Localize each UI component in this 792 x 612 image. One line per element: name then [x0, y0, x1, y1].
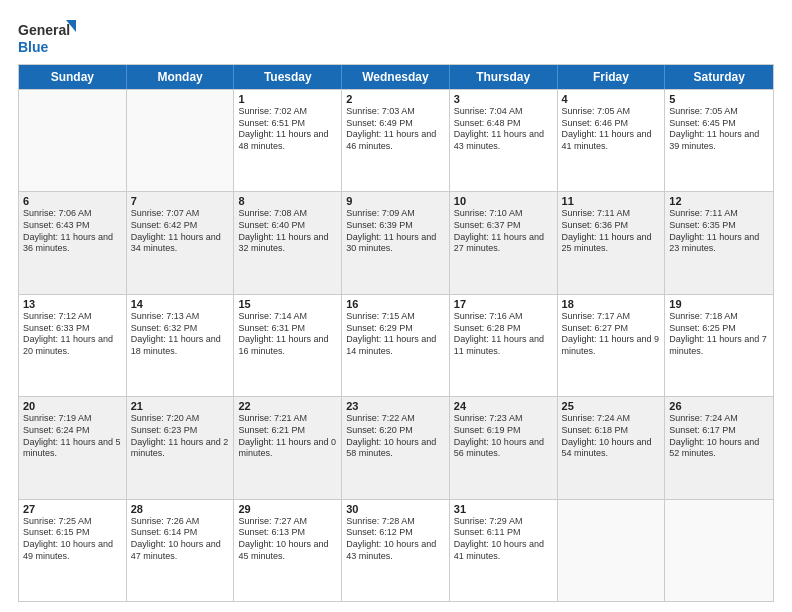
calendar-cell: 24Sunrise: 7:23 AMSunset: 6:19 PMDayligh…	[450, 397, 558, 498]
day-number: 25	[562, 400, 661, 412]
calendar-header-row: SundayMondayTuesdayWednesdayThursdayFrid…	[19, 65, 773, 89]
calendar-row-5: 27Sunrise: 7:25 AMSunset: 6:15 PMDayligh…	[19, 499, 773, 601]
day-number: 6	[23, 195, 122, 207]
day-number: 11	[562, 195, 661, 207]
calendar-cell: 9Sunrise: 7:09 AMSunset: 6:39 PMDaylight…	[342, 192, 450, 293]
calendar-row-2: 6Sunrise: 7:06 AMSunset: 6:43 PMDaylight…	[19, 191, 773, 293]
header-cell-monday: Monday	[127, 65, 235, 89]
cell-info: Sunrise: 7:23 AMSunset: 6:19 PMDaylight:…	[454, 413, 553, 460]
cell-info: Sunrise: 7:05 AMSunset: 6:46 PMDaylight:…	[562, 106, 661, 153]
day-number: 29	[238, 503, 337, 515]
day-number: 31	[454, 503, 553, 515]
day-number: 2	[346, 93, 445, 105]
calendar-cell: 27Sunrise: 7:25 AMSunset: 6:15 PMDayligh…	[19, 500, 127, 601]
svg-text:General: General	[18, 22, 70, 38]
calendar-cell	[127, 90, 235, 191]
calendar-cell: 30Sunrise: 7:28 AMSunset: 6:12 PMDayligh…	[342, 500, 450, 601]
cell-info: Sunrise: 7:07 AMSunset: 6:42 PMDaylight:…	[131, 208, 230, 255]
calendar-cell: 28Sunrise: 7:26 AMSunset: 6:14 PMDayligh…	[127, 500, 235, 601]
cell-info: Sunrise: 7:21 AMSunset: 6:21 PMDaylight:…	[238, 413, 337, 460]
day-number: 13	[23, 298, 122, 310]
cell-info: Sunrise: 7:25 AMSunset: 6:15 PMDaylight:…	[23, 516, 122, 563]
calendar-cell	[665, 500, 773, 601]
calendar-cell: 29Sunrise: 7:27 AMSunset: 6:13 PMDayligh…	[234, 500, 342, 601]
cell-info: Sunrise: 7:15 AMSunset: 6:29 PMDaylight:…	[346, 311, 445, 358]
day-number: 16	[346, 298, 445, 310]
day-number: 8	[238, 195, 337, 207]
calendar-cell: 17Sunrise: 7:16 AMSunset: 6:28 PMDayligh…	[450, 295, 558, 396]
calendar-cell: 19Sunrise: 7:18 AMSunset: 6:25 PMDayligh…	[665, 295, 773, 396]
calendar-cell: 8Sunrise: 7:08 AMSunset: 6:40 PMDaylight…	[234, 192, 342, 293]
cell-info: Sunrise: 7:13 AMSunset: 6:32 PMDaylight:…	[131, 311, 230, 358]
calendar-cell: 22Sunrise: 7:21 AMSunset: 6:21 PMDayligh…	[234, 397, 342, 498]
logo-svg: General Blue	[18, 18, 78, 56]
header-cell-tuesday: Tuesday	[234, 65, 342, 89]
calendar-cell: 4Sunrise: 7:05 AMSunset: 6:46 PMDaylight…	[558, 90, 666, 191]
day-number: 9	[346, 195, 445, 207]
day-number: 5	[669, 93, 769, 105]
day-number: 1	[238, 93, 337, 105]
cell-info: Sunrise: 7:03 AMSunset: 6:49 PMDaylight:…	[346, 106, 445, 153]
cell-info: Sunrise: 7:24 AMSunset: 6:18 PMDaylight:…	[562, 413, 661, 460]
calendar-cell	[19, 90, 127, 191]
calendar-cell: 12Sunrise: 7:11 AMSunset: 6:35 PMDayligh…	[665, 192, 773, 293]
calendar-row-4: 20Sunrise: 7:19 AMSunset: 6:24 PMDayligh…	[19, 396, 773, 498]
cell-info: Sunrise: 7:09 AMSunset: 6:39 PMDaylight:…	[346, 208, 445, 255]
cell-info: Sunrise: 7:04 AMSunset: 6:48 PMDaylight:…	[454, 106, 553, 153]
cell-info: Sunrise: 7:22 AMSunset: 6:20 PMDaylight:…	[346, 413, 445, 460]
day-number: 23	[346, 400, 445, 412]
cell-info: Sunrise: 7:11 AMSunset: 6:35 PMDaylight:…	[669, 208, 769, 255]
day-number: 24	[454, 400, 553, 412]
cell-info: Sunrise: 7:11 AMSunset: 6:36 PMDaylight:…	[562, 208, 661, 255]
header-cell-saturday: Saturday	[665, 65, 773, 89]
calendar-row-3: 13Sunrise: 7:12 AMSunset: 6:33 PMDayligh…	[19, 294, 773, 396]
calendar-cell: 25Sunrise: 7:24 AMSunset: 6:18 PMDayligh…	[558, 397, 666, 498]
calendar-cell: 15Sunrise: 7:14 AMSunset: 6:31 PMDayligh…	[234, 295, 342, 396]
header-cell-friday: Friday	[558, 65, 666, 89]
calendar-cell: 10Sunrise: 7:10 AMSunset: 6:37 PMDayligh…	[450, 192, 558, 293]
day-number: 10	[454, 195, 553, 207]
cell-info: Sunrise: 7:26 AMSunset: 6:14 PMDaylight:…	[131, 516, 230, 563]
day-number: 22	[238, 400, 337, 412]
day-number: 28	[131, 503, 230, 515]
page-header: General Blue	[18, 18, 774, 56]
day-number: 21	[131, 400, 230, 412]
header-cell-thursday: Thursday	[450, 65, 558, 89]
cell-info: Sunrise: 7:27 AMSunset: 6:13 PMDaylight:…	[238, 516, 337, 563]
calendar-cell	[558, 500, 666, 601]
day-number: 18	[562, 298, 661, 310]
day-number: 7	[131, 195, 230, 207]
calendar-cell: 5Sunrise: 7:05 AMSunset: 6:45 PMDaylight…	[665, 90, 773, 191]
day-number: 26	[669, 400, 769, 412]
calendar-body: 1Sunrise: 7:02 AMSunset: 6:51 PMDaylight…	[19, 89, 773, 601]
calendar-cell: 20Sunrise: 7:19 AMSunset: 6:24 PMDayligh…	[19, 397, 127, 498]
day-number: 14	[131, 298, 230, 310]
cell-info: Sunrise: 7:16 AMSunset: 6:28 PMDaylight:…	[454, 311, 553, 358]
calendar-cell: 31Sunrise: 7:29 AMSunset: 6:11 PMDayligh…	[450, 500, 558, 601]
day-number: 4	[562, 93, 661, 105]
calendar-cell: 11Sunrise: 7:11 AMSunset: 6:36 PMDayligh…	[558, 192, 666, 293]
cell-info: Sunrise: 7:29 AMSunset: 6:11 PMDaylight:…	[454, 516, 553, 563]
calendar-cell: 18Sunrise: 7:17 AMSunset: 6:27 PMDayligh…	[558, 295, 666, 396]
calendar-cell: 6Sunrise: 7:06 AMSunset: 6:43 PMDaylight…	[19, 192, 127, 293]
cell-info: Sunrise: 7:24 AMSunset: 6:17 PMDaylight:…	[669, 413, 769, 460]
cell-info: Sunrise: 7:28 AMSunset: 6:12 PMDaylight:…	[346, 516, 445, 563]
cell-info: Sunrise: 7:18 AMSunset: 6:25 PMDaylight:…	[669, 311, 769, 358]
calendar-cell: 1Sunrise: 7:02 AMSunset: 6:51 PMDaylight…	[234, 90, 342, 191]
calendar-cell: 26Sunrise: 7:24 AMSunset: 6:17 PMDayligh…	[665, 397, 773, 498]
cell-info: Sunrise: 7:08 AMSunset: 6:40 PMDaylight:…	[238, 208, 337, 255]
day-number: 15	[238, 298, 337, 310]
calendar-cell: 14Sunrise: 7:13 AMSunset: 6:32 PMDayligh…	[127, 295, 235, 396]
cell-info: Sunrise: 7:10 AMSunset: 6:37 PMDaylight:…	[454, 208, 553, 255]
cell-info: Sunrise: 7:14 AMSunset: 6:31 PMDaylight:…	[238, 311, 337, 358]
cell-info: Sunrise: 7:19 AMSunset: 6:24 PMDaylight:…	[23, 413, 122, 460]
day-number: 17	[454, 298, 553, 310]
calendar-cell: 2Sunrise: 7:03 AMSunset: 6:49 PMDaylight…	[342, 90, 450, 191]
cell-info: Sunrise: 7:20 AMSunset: 6:23 PMDaylight:…	[131, 413, 230, 460]
svg-text:Blue: Blue	[18, 39, 49, 55]
calendar-row-1: 1Sunrise: 7:02 AMSunset: 6:51 PMDaylight…	[19, 89, 773, 191]
logo: General Blue	[18, 18, 78, 56]
calendar-cell: 7Sunrise: 7:07 AMSunset: 6:42 PMDaylight…	[127, 192, 235, 293]
calendar-cell: 23Sunrise: 7:22 AMSunset: 6:20 PMDayligh…	[342, 397, 450, 498]
header-cell-wednesday: Wednesday	[342, 65, 450, 89]
